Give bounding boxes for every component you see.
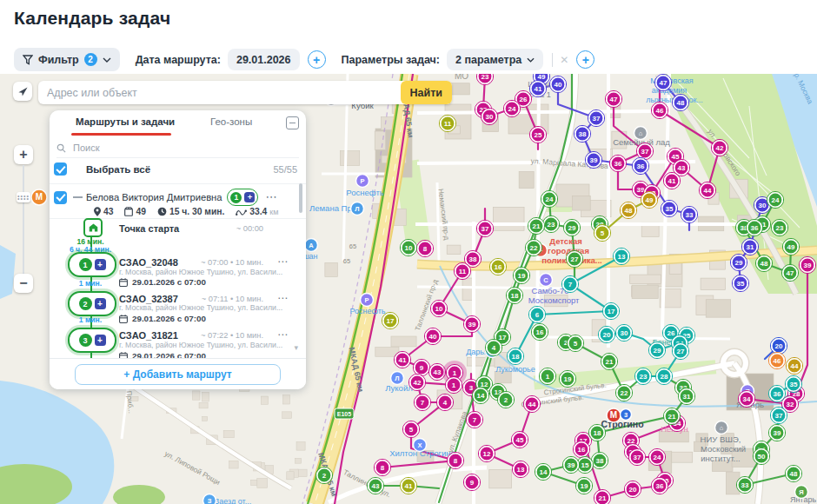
map-marker[interactable]: 45 xyxy=(511,431,528,448)
panel-search-input[interactable] xyxy=(71,142,299,154)
map-marker[interactable]: 27 xyxy=(566,250,582,267)
map-marker[interactable]: 16 xyxy=(489,258,506,275)
map-marker[interactable]: 23 xyxy=(771,219,787,235)
map-marker[interactable]: 35 xyxy=(785,375,801,392)
add-route-button[interactable]: + Добавить маршрут xyxy=(75,364,281,385)
map-poi-icon[interactable]: P xyxy=(356,175,369,188)
map-marker[interactable]: 8 xyxy=(447,452,463,468)
route-plus-badge[interactable]: + xyxy=(244,192,255,202)
map-marker[interactable]: 36 xyxy=(768,385,785,401)
map-marker[interactable]: 30 xyxy=(615,324,632,341)
stop-add-button[interactable]: + xyxy=(95,298,106,309)
map-marker[interactable]: 29 xyxy=(563,219,580,235)
address-search-input[interactable] xyxy=(38,87,401,99)
map-marker[interactable]: 24 xyxy=(541,190,557,207)
map-marker[interactable]: 36 xyxy=(651,477,668,494)
map-marker[interactable]: 18 xyxy=(506,287,522,303)
map-marker[interactable]: 2 xyxy=(316,467,332,483)
map-marker[interactable]: 4 xyxy=(485,339,501,355)
map-poi-icon[interactable]: Л xyxy=(391,372,404,385)
map-marker[interactable]: 38 xyxy=(591,452,608,468)
map-marker[interactable]: 23 xyxy=(542,216,559,232)
map-marker[interactable]: 36 xyxy=(632,157,648,174)
map-marker[interactable]: 20 xyxy=(624,481,641,497)
map-marker[interactable]: 23 xyxy=(634,368,651,384)
map-marker[interactable]: 9 xyxy=(413,359,429,375)
route-checkbox[interactable] xyxy=(54,191,67,204)
map-marker[interactable]: 49 xyxy=(782,238,799,255)
map-marker[interactable]: 17 xyxy=(382,312,398,328)
stop-add-button[interactable]: + xyxy=(95,259,106,270)
map-marker[interactable]: 39 xyxy=(768,424,785,441)
map-marker[interactable]: 29 xyxy=(730,254,747,270)
map-marker[interactable]: 5 xyxy=(594,224,610,241)
map-poi-icon[interactable]: P xyxy=(361,294,374,307)
map-marker[interactable]: 13 xyxy=(512,461,528,477)
stop-add-button[interactable]: + xyxy=(95,335,106,346)
map-marker[interactable]: 28 xyxy=(655,368,672,384)
map-marker[interactable]: 47 xyxy=(654,74,671,90)
map-marker[interactable]: 2 xyxy=(497,391,514,408)
map-marker[interactable]: 8 xyxy=(374,459,390,475)
map-marker[interactable]: 39 xyxy=(562,456,579,473)
start-point-icon[interactable] xyxy=(83,218,103,237)
map-marker[interactable]: 44 xyxy=(786,357,802,374)
find-button[interactable]: Найти xyxy=(401,81,452,104)
map-marker[interactable]: 31 xyxy=(678,388,694,404)
map-poi-icon[interactable]: М xyxy=(31,189,47,205)
map-poi-icon[interactable]: ⌂ xyxy=(715,421,728,434)
zoom-slider-handle[interactable]: •••••••• xyxy=(17,192,30,202)
map-marker[interactable]: 27 xyxy=(672,342,688,359)
map-marker[interactable]: 8 xyxy=(416,240,433,256)
map-marker[interactable]: 20 xyxy=(770,337,787,354)
stop-pill[interactable]: 1 + xyxy=(68,252,116,277)
map-marker[interactable]: 39 xyxy=(799,256,815,273)
map-marker[interactable]: 24 xyxy=(648,448,665,465)
map-marker[interactable]: 24 xyxy=(503,100,520,116)
map-poi-icon[interactable]: 3 xyxy=(621,409,632,421)
map-marker[interactable]: 37 xyxy=(628,448,645,465)
map-marker[interactable]: 5 xyxy=(567,335,583,351)
map-marker[interactable]: 21 xyxy=(601,353,617,369)
map-marker[interactable]: 39 xyxy=(463,315,480,332)
map-marker[interactable]: 48 xyxy=(755,255,772,271)
map-marker[interactable]: 25 xyxy=(529,126,546,143)
map-marker[interactable]: 1 xyxy=(539,368,555,384)
map-marker[interactable]: 16 xyxy=(531,323,548,340)
map-marker[interactable]: 46 xyxy=(768,352,785,368)
map-marker[interactable]: 38 xyxy=(574,125,590,142)
panel-scrollbar[interactable] xyxy=(299,183,302,213)
map-marker[interactable]: 37 xyxy=(588,109,604,126)
route-date-value[interactable]: 29.01.2026 xyxy=(228,49,300,70)
stop-title[interactable]: СЗАО_32048 xyxy=(119,257,178,268)
map-marker[interactable]: 29 xyxy=(648,342,665,358)
map-marker[interactable]: 11 xyxy=(454,262,470,279)
map-marker[interactable]: 7 xyxy=(414,394,430,410)
map-marker[interactable]: 33 xyxy=(736,476,753,493)
map-marker[interactable]: 40 xyxy=(549,76,566,92)
map-marker[interactable]: 40 xyxy=(424,328,441,344)
map-marker[interactable]: 37 xyxy=(636,143,653,159)
map-marker[interactable]: 37 xyxy=(770,407,787,423)
map-poi-icon[interactable]: ⌂ xyxy=(634,127,648,140)
stop-title[interactable]: СЗАО_31821 xyxy=(119,330,178,341)
map-marker[interactable]: 10 xyxy=(430,300,447,316)
map-marker[interactable]: 47 xyxy=(605,90,621,107)
tab-geo-zones[interactable]: Гео-зоны xyxy=(210,116,252,127)
map-marker[interactable]: 10 xyxy=(400,239,416,255)
map-marker[interactable]: 48 xyxy=(672,94,688,110)
map-marker[interactable]: 21 xyxy=(663,408,680,424)
map-marker[interactable]: 13 xyxy=(613,248,629,264)
map-marker[interactable]: 39 xyxy=(585,151,601,168)
map-marker[interactable]: 1 xyxy=(445,376,462,393)
map-poi-icon[interactable]: З xyxy=(203,494,216,504)
task-params-select[interactable]: 2 параметра xyxy=(447,49,543,70)
map-marker[interactable]: 35 xyxy=(661,200,677,216)
map-marker[interactable]: 46 xyxy=(651,102,668,118)
map-marker[interactable]: 31 xyxy=(741,238,758,255)
map-marker[interactable]: 22 xyxy=(615,384,632,401)
map-marker[interactable]: 6 xyxy=(528,306,545,322)
map-marker[interactable]: 19 xyxy=(575,477,592,494)
map-marker[interactable]: 44 xyxy=(523,395,540,412)
zoom-slider-track[interactable] xyxy=(23,165,24,276)
